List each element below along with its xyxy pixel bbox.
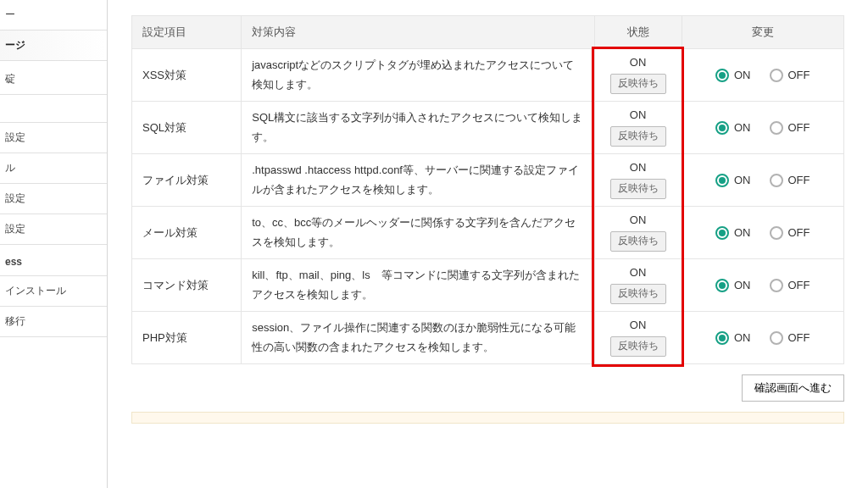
radio-icon: [715, 69, 729, 82]
setting-change: ONOFF: [682, 259, 843, 312]
radio-on-label: ON: [734, 174, 751, 186]
table-row: ファイル対策.htpasswd .htaccess httpd.conf等、サー…: [132, 154, 844, 207]
sidebar-item[interactable]: ー: [0, 0, 107, 30]
radio-on-label: ON: [734, 279, 751, 291]
setting-name: PHP対策: [132, 312, 242, 364]
radio-on-label: ON: [734, 226, 751, 239]
sidebar-item[interactable]: ル: [0, 153, 107, 184]
radio-off-label: OFF: [788, 331, 810, 344]
sidebar-item[interactable]: ージ: [0, 30, 107, 61]
pending-badge: 反映待ち: [610, 126, 666, 147]
setting-state: ON反映待ち: [594, 102, 682, 154]
radio-off[interactable]: OFF: [770, 121, 810, 135]
status-text: ON: [630, 319, 647, 331]
table-row: メール対策to、cc、bcc等のメールヘッダーに関係する文字列を含んだアクセスを…: [132, 207, 844, 259]
radio-off-label: OFF: [788, 279, 810, 291]
sidebar-item[interactable]: 設定: [0, 184, 107, 214]
pending-badge: 反映待ち: [610, 179, 666, 199]
table-row: SQL対策SQL構文に該当する文字列が挿入されたアクセスについて検知します。ON…: [132, 102, 844, 154]
radio-icon: [770, 121, 783, 135]
setting-desc: javascriptなどのスクリプトタグが埋め込まれたアクセスについて検知します…: [242, 49, 594, 102]
setting-desc: kill、ftp、mail、ping、ls 等コマンドに関連する文字列が含まれた…: [242, 259, 594, 312]
sidebar-item[interactable]: 移行: [0, 307, 107, 337]
col-header-change: 変更: [682, 16, 843, 49]
pending-badge: 反映待ち: [610, 74, 666, 94]
status-text: ON: [630, 214, 647, 226]
col-header-detail: 対策内容: [242, 16, 594, 49]
radio-on-label: ON: [734, 331, 751, 344]
sidebar-item[interactable]: [0, 95, 107, 123]
setting-name: コマンド対策: [132, 259, 242, 312]
setting-desc: to、cc、bcc等のメールヘッダーに関係する文字列を含んだアクセスを検知します…: [242, 207, 594, 259]
radio-icon: [715, 331, 729, 345]
radio-off[interactable]: OFF: [770, 226, 810, 240]
radio-on[interactable]: ON: [715, 279, 751, 292]
pending-badge: 反映待ち: [610, 336, 666, 357]
radio-off[interactable]: OFF: [770, 331, 810, 345]
status-text: ON: [630, 56, 647, 69]
radio-on[interactable]: ON: [715, 226, 751, 240]
radio-icon: [770, 331, 783, 345]
notice-bar: [131, 412, 844, 424]
setting-name: メール対策: [132, 207, 242, 259]
setting-change: ONOFF: [682, 102, 843, 154]
radio-off-label: OFF: [788, 121, 810, 134]
setting-change: ONOFF: [682, 154, 843, 207]
radio-off[interactable]: OFF: [770, 174, 810, 187]
sidebar: ーージ碇 設定ル設定設定essインストール移行: [0, 0, 108, 488]
main-panel: 設定項目 対策内容 状態 変更 XSS対策javascriptなどのスクリプトタ…: [108, 0, 868, 488]
radio-icon: [770, 69, 783, 82]
table-row: PHP対策session、ファイル操作に関連する関数のほか脆弱性元になる可能性の…: [132, 312, 844, 364]
sidebar-item[interactable]: インストール: [0, 276, 107, 307]
sidebar-item[interactable]: ess: [0, 248, 107, 276]
radio-off[interactable]: OFF: [770, 279, 810, 292]
status-text: ON: [630, 266, 647, 279]
radio-icon: [770, 226, 783, 240]
setting-name: XSS対策: [132, 49, 242, 102]
setting-desc: session、ファイル操作に関連する関数のほか脆弱性元になる可能性の高い関数の…: [242, 312, 594, 364]
radio-on-label: ON: [734, 69, 751, 81]
setting-state: ON反映待ち: [594, 259, 682, 312]
status-text: ON: [630, 161, 647, 174]
setting-desc: SQL構文に該当する文字列が挿入されたアクセスについて検知します。: [242, 102, 594, 154]
table-row: XSS対策javascriptなどのスクリプトタグが埋め込まれたアクセスについて…: [132, 49, 844, 102]
pending-badge: 反映待ち: [610, 284, 666, 304]
sidebar-item[interactable]: 設定: [0, 123, 107, 153]
radio-off[interactable]: OFF: [770, 69, 810, 82]
setting-name: SQL対策: [132, 102, 242, 154]
setting-state: ON反映待ち: [594, 49, 682, 102]
radio-icon: [715, 226, 729, 240]
setting-change: ONOFF: [682, 49, 843, 102]
sidebar-item[interactable]: 設定: [0, 214, 107, 245]
setting-desc: .htpasswd .htaccess httpd.conf等、サーバーに関連す…: [242, 154, 594, 207]
setting-state: ON反映待ち: [594, 154, 682, 207]
radio-off-label: OFF: [788, 174, 810, 186]
radio-off-label: OFF: [788, 226, 810, 239]
status-text: ON: [630, 108, 647, 121]
radio-icon: [770, 279, 783, 292]
radio-on[interactable]: ON: [715, 121, 751, 135]
proceed-button[interactable]: 確認画面へ進む: [742, 374, 844, 402]
radio-icon: [715, 121, 729, 135]
radio-on[interactable]: ON: [715, 331, 751, 345]
setting-change: ONOFF: [682, 312, 843, 364]
radio-on[interactable]: ON: [715, 69, 751, 82]
setting-name: ファイル対策: [132, 154, 242, 207]
settings-table: 設定項目 対策内容 状態 変更 XSS対策javascriptなどのスクリプトタ…: [131, 15, 844, 364]
setting-state: ON反映待ち: [594, 207, 682, 259]
setting-change: ONOFF: [682, 207, 843, 259]
col-header-state: 状態: [594, 16, 682, 49]
radio-on-label: ON: [734, 121, 751, 134]
radio-icon: [715, 279, 729, 292]
setting-state: ON反映待ち: [594, 312, 682, 364]
radio-on[interactable]: ON: [715, 174, 751, 187]
radio-icon: [715, 174, 729, 187]
table-row: コマンド対策kill、ftp、mail、ping、ls 等コマンドに関連する文字…: [132, 259, 844, 312]
radio-off-label: OFF: [788, 69, 810, 81]
pending-badge: 反映待ち: [610, 231, 666, 252]
radio-icon: [770, 174, 783, 187]
sidebar-item[interactable]: 碇: [0, 64, 107, 95]
col-header-item: 設定項目: [132, 16, 242, 49]
